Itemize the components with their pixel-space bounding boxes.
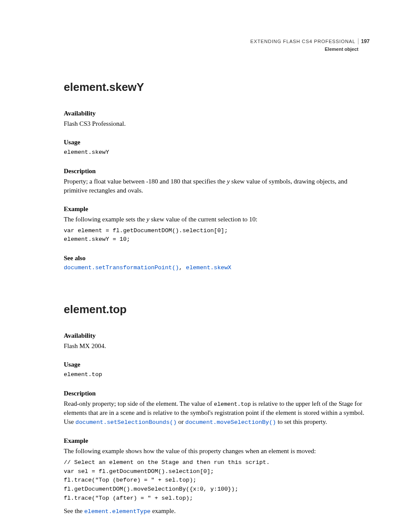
link-moveselectionby[interactable]: document.moveSelectionBy()	[185, 419, 276, 426]
text: to set this property.	[276, 418, 327, 425]
running-header: EXTENDING FLASH CS4 PROFESSIONAL197 Elem…	[64, 38, 370, 53]
example-intro: The following example sets the y skew va…	[64, 215, 370, 224]
seealso-links: document.setTransformationPoint(), eleme…	[64, 264, 370, 272]
example-label: Example	[64, 436, 370, 445]
usage-section: Usage element.top	[64, 360, 370, 380]
italic-y: y	[146, 216, 149, 223]
example-label: Example	[64, 205, 370, 214]
availability-section: Availability Flash MX 2004.	[64, 331, 370, 351]
availability-section: Availability Flash CS3 Professional.	[64, 109, 370, 128]
link-elementtype[interactable]: element.elementType	[84, 508, 150, 515]
inline-code: element.top	[214, 401, 251, 408]
example-intro: The following example shows how the valu…	[64, 447, 370, 456]
usage-section: Usage element.skewY	[64, 138, 370, 157]
description-label: Description	[64, 167, 370, 176]
description-text: Read-only property; top side of the elem…	[64, 399, 370, 427]
text: example.	[150, 507, 175, 514]
availability-text: Flash CS3 Professional.	[64, 119, 370, 128]
text: Read-only property; top side of the elem…	[64, 400, 214, 407]
availability-label: Availability	[64, 331, 370, 340]
text: or	[177, 418, 185, 425]
chapter-title: Element object	[64, 46, 370, 53]
usage-label: Usage	[64, 138, 370, 147]
availability-label: Availability	[64, 109, 370, 118]
spacer	[64, 282, 370, 302]
page: EXTENDING FLASH CS4 PROFESSIONAL197 Elem…	[0, 0, 411, 532]
api-heading-top: element.top	[64, 302, 370, 317]
description-section: Description Read-only property; top side…	[64, 389, 370, 427]
example-section: Example The following example shows how …	[64, 436, 370, 516]
page-number: 197	[358, 38, 370, 44]
usage-label: Usage	[64, 360, 370, 369]
text: The following example sets the	[64, 216, 146, 223]
description-label: Description	[64, 389, 370, 398]
seealso-label: See also	[64, 254, 370, 263]
description-section: Description Property; a float value betw…	[64, 167, 370, 195]
availability-text: Flash MX 2004.	[64, 342, 370, 351]
link-settransformationpoint[interactable]: document.setTransformationPoint()	[64, 264, 179, 271]
link-setselectionbounds[interactable]: document.setSelectionBounds()	[75, 419, 177, 426]
usage-code: element.top	[64, 370, 370, 380]
book-title: EXTENDING FLASH CS4 PROFESSIONAL	[250, 38, 355, 45]
example-section: Example The following example sets the y…	[64, 205, 370, 245]
link-skewx[interactable]: element.skewX	[186, 264, 231, 271]
text: skew value of the current selection to 1…	[149, 216, 258, 223]
separator: ,	[179, 264, 186, 271]
see-line: See the element.elementType example.	[64, 507, 370, 516]
text: Property; a float value between -180 and…	[64, 178, 227, 185]
seealso-section: See also document.setTransformationPoint…	[64, 254, 370, 272]
text: See the	[64, 507, 84, 514]
description-text: Property; a float value between -180 and…	[64, 177, 370, 195]
example-code: var element = fl.getDocumentDOM().select…	[64, 227, 370, 245]
usage-code: element.skewY	[64, 148, 370, 157]
api-heading-skewy: element.skewY	[64, 79, 370, 95]
example-code: // Select an element on the Stage and th…	[64, 458, 370, 504]
